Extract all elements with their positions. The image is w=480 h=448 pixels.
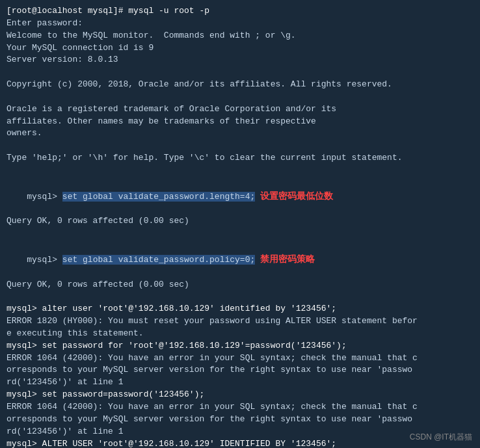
line-3: Welcome to the MySQL monitor. Commands e… [7, 30, 473, 42]
line-blank-5 [7, 228, 473, 240]
line-ok-2: Query OK, 0 rows affected (0.00 sec) [7, 279, 473, 291]
line-error-1a: ERROR 1820 (HY000): You must reset your … [7, 315, 473, 328]
line-setpwd-2: mysql> set password=password('123456'); [7, 389, 473, 401]
prompt-1: mysql> [27, 192, 62, 202]
line-ok-1: Query OK, 0 rows affected (0.00 sec) [7, 215, 473, 228]
line-validate-policy: mysql> set global validate_password.poli… [7, 240, 473, 279]
prompt-2: mysql> [27, 255, 62, 265]
cmd-highlight-1: set global validate_password.length=4; [62, 192, 255, 202]
line-blank-6 [7, 291, 473, 303]
line-1: [root@localhost mysql]# mysql -u root -p [7, 5, 473, 18]
line-error-3c: rd('123456')' at line 1 [7, 426, 473, 438]
line-error-2b: orresponds to your MySQL server version … [7, 364, 473, 376]
annotation-2: 禁用密码策略 [260, 254, 315, 264]
line-alter-1: mysql> alter user 'root'@'192.168.10.129… [7, 303, 473, 315]
line-blank-3 [7, 140, 473, 152]
line-error-1b: e executing this statement. [7, 328, 473, 340]
line-7: Oracle is a registered trademark of Orac… [7, 103, 473, 116]
line-blank-2 [7, 91, 473, 103]
line-4: Your MySQL connection id is 9 [7, 42, 473, 55]
line-error-2c: rd('123456')' at line 1 [7, 376, 473, 389]
annotation-1: 设置密码最低位数 [260, 191, 333, 201]
line-validate-length: mysql> set global validate_password.leng… [7, 177, 473, 216]
line-5: Server version: 8.0.13 [7, 54, 473, 66]
line-8: affiliates. Other names may be trademark… [7, 116, 473, 128]
cmd-highlight-2: set global validate_password.policy=0; [62, 255, 255, 265]
line-alter-2: mysql> ALTER USER 'root'@'192.168.10.129… [7, 438, 473, 448]
line-error-3a: ERROR 1064 (42000): You have an error in… [7, 401, 473, 414]
watermark: CSDN @IT机器猫 [410, 432, 472, 443]
line-10: Type 'help;' or '\h' for help. Type '\c'… [7, 152, 473, 165]
line-9: owners. [7, 127, 473, 140]
terminal: [root@localhost mysql]# mysql -u root -p… [0, 0, 480, 448]
line-2: Enter password: [7, 18, 473, 30]
line-blank-4 [7, 165, 473, 177]
line-error-2a: ERROR 1064 (42000): You have an error in… [7, 352, 473, 365]
line-blank-1 [7, 66, 473, 79]
line-error-3b: orresponds to your MySQL server version … [7, 414, 473, 426]
line-setpwd-1: mysql> set password for 'root'@'192.168.… [7, 340, 473, 352]
line-6: Copyright (c) 2000, 2018, Oracle and/or … [7, 79, 473, 91]
